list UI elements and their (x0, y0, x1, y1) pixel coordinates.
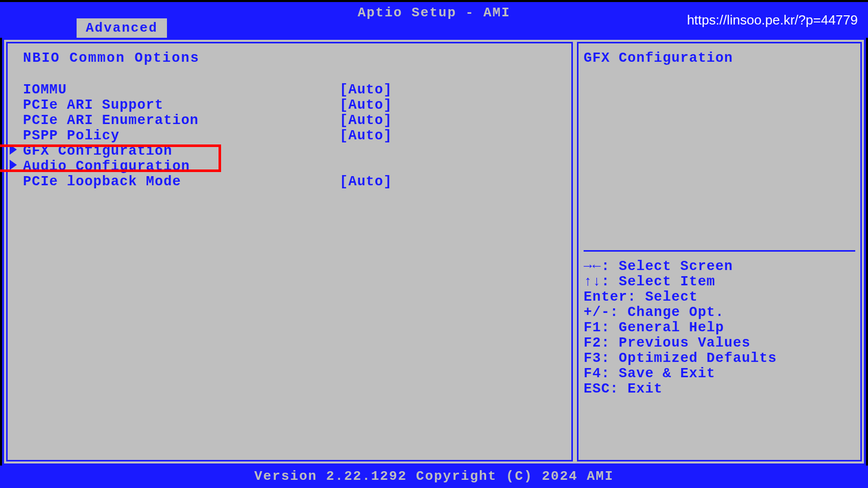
key-help-line: ↑↓: Select Item (584, 274, 855, 289)
submenu-gfx-configuration[interactable]: GFX Configuration (23, 143, 556, 159)
option-value: [Auto] (340, 113, 392, 128)
triangle-right-icon (10, 160, 17, 170)
option-value: [Auto] (340, 128, 392, 143)
right-panel: GFX Configuration →←: Select Screen ↑↓: … (577, 42, 862, 461)
key-help-line: →←: Select Screen (584, 259, 855, 274)
triangle-right-icon (10, 144, 17, 155)
left-panel: NBIO Common Options IOMMU [Auto] PCIe AR… (6, 42, 573, 461)
option-label: GFX Configuration (23, 143, 340, 159)
option-pcie-loopback-mode[interactable]: PCIe loopback Mode [Auto] (23, 174, 556, 189)
divider (584, 250, 855, 252)
key-help-line: ESC: Exit (584, 381, 855, 397)
key-help-line: F4: Save & Exit (584, 366, 855, 381)
option-pcie-ari-support[interactable]: PCIe ARI Support [Auto] (23, 97, 556, 113)
key-help-line: F1: General Help (584, 320, 855, 335)
option-pspp-policy[interactable]: PSPP Policy [Auto] (23, 128, 556, 143)
option-label: Audio Configuration (23, 159, 340, 174)
submenu-audio-configuration[interactable]: Audio Configuration (23, 159, 556, 174)
option-iommu[interactable]: IOMMU [Auto] (23, 82, 556, 97)
main-area: NBIO Common Options IOMMU [Auto] PCIe AR… (2, 38, 866, 466)
watermark-url: https://linsoo.pe.kr/?p=44779 (687, 12, 858, 28)
key-help-line: F2: Previous Values (584, 335, 855, 351)
option-value: [Auto] (340, 82, 392, 97)
tab-advanced[interactable]: Advanced (77, 18, 167, 38)
option-label: IOMMU (23, 82, 340, 97)
option-value: [Auto] (340, 97, 392, 113)
key-help-line: Enter: Select (584, 289, 855, 305)
help-title: GFX Configuration (584, 51, 855, 66)
option-pcie-ari-enumeration[interactable]: PCIe ARI Enumeration [Auto] (23, 113, 556, 128)
setup-title: Aptio Setup - AMI (357, 5, 510, 20)
bios-screen: Aptio Setup - AMI https://linsoo.pe.kr/?… (0, 0, 868, 488)
option-label: PCIe ARI Support (23, 97, 340, 113)
footer-version: Version 2.22.1292 Copyright (C) 2024 AMI (0, 466, 868, 488)
topbar: Aptio Setup - AMI https://linsoo.pe.kr/?… (0, 2, 868, 38)
section-title: NBIO Common Options (23, 51, 556, 66)
option-label: PCIe ARI Enumeration (23, 113, 340, 128)
key-help-line: +/-: Change Opt. (584, 305, 855, 320)
option-label: PSPP Policy (23, 128, 340, 143)
option-value: [Auto] (340, 174, 392, 189)
option-label: PCIe loopback Mode (23, 174, 340, 189)
key-help-line: F3: Optimized Defaults (584, 351, 855, 366)
